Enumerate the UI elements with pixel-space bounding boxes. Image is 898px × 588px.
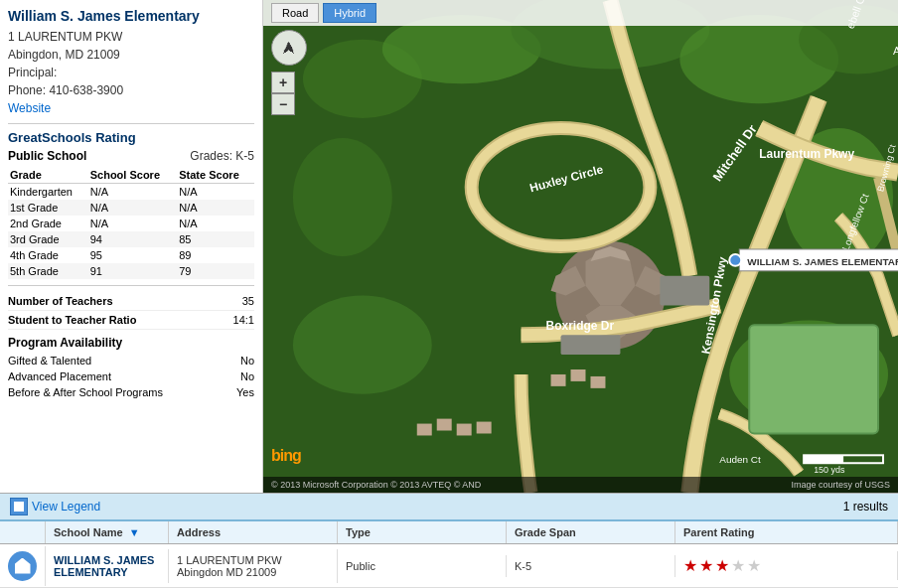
svg-rect-20 (660, 276, 709, 306)
teachers-row: Number of Teachers 35 (8, 292, 254, 311)
view-legend-label: View Legend (32, 500, 100, 514)
state-score-cell: 85 (177, 231, 254, 247)
svg-text:WILLIAM S. JAMES ELEMENTARY: WILLIAM S. JAMES ELEMENTARY (747, 256, 898, 267)
ratio-value: 14:1 (233, 314, 254, 326)
program-row: Gifted & Talented No (8, 353, 254, 368)
star-filled-icon: ★ (715, 556, 729, 575)
td-parent-rating: ★★★★★ (675, 551, 898, 580)
zoom-out-button[interactable]: − (271, 93, 295, 115)
school-score-cell: 95 (88, 247, 178, 263)
td-address: 1 LAURENTUM PKW Abingdon MD 21009 (169, 549, 338, 583)
address-line1: 1 LAURENTUM PKW (8, 30, 122, 44)
svg-rect-28 (477, 422, 492, 434)
ratio-row: Student to Teacher Ratio 14:1 (8, 311, 254, 330)
svg-text:150 yds: 150 yds (814, 465, 845, 475)
program-label: Gifted & Talented (8, 355, 91, 367)
compass-icon: ⮝ (282, 40, 296, 56)
hybrid-button[interactable]: Hybrid (323, 3, 376, 23)
th-icon (0, 521, 46, 543)
table-row: 4th Grade 95 89 (8, 247, 254, 263)
greatschools-title: GreatSchools Rating (8, 130, 254, 145)
results-table: School Name ▼ Address Type Grade Span Pa… (0, 519, 898, 588)
imagery-credit: Image courtesy of USGS (791, 480, 890, 490)
td-icon (0, 546, 46, 586)
school-score-cell: N/A (88, 200, 178, 216)
state-score-cell: N/A (177, 200, 254, 216)
phone-number: 410-638-3900 (49, 83, 123, 97)
th-school-name[interactable]: School Name ▼ (46, 521, 169, 543)
map-roads-svg: Mitchell Dr Huxley Circle Laurentum Pkwy… (263, 0, 898, 493)
school-icon-inner (15, 558, 31, 574)
results-bar: View Legend 1 results (0, 493, 898, 519)
website-link[interactable]: Website (8, 101, 51, 115)
program-value: Yes (236, 386, 254, 398)
th-grade-span: Grade Span (507, 521, 675, 543)
sort-arrow-icon: ▼ (129, 526, 140, 538)
map-container: Mitchell Dr Huxley Circle Laurentum Pkwy… (263, 0, 898, 493)
results-count: 1 results (843, 500, 888, 514)
star-rating: ★★★★★ (683, 556, 889, 575)
state-score-cell: N/A (177, 184, 254, 201)
principal-label: Principal: (8, 66, 57, 79)
star-filled-icon: ★ (699, 556, 713, 575)
road-button[interactable]: Road (271, 3, 319, 23)
star-empty-icon: ★ (731, 556, 745, 575)
svg-text:Laurentum Pkwy: Laurentum Pkwy (759, 147, 854, 161)
svg-text:Auden Ct: Auden Ct (719, 454, 761, 465)
program-row: Advanced Placement No (8, 368, 254, 384)
program-row: Before & After School Programs Yes (8, 384, 254, 400)
school-icon (8, 551, 37, 581)
address-line2: Abingdon, MD 21009 (8, 48, 120, 62)
map-copyright: © 2013 Microsoft Corporation © 2013 AVTE… (263, 477, 898, 493)
grade-cell: 4th Grade (8, 247, 88, 263)
svg-rect-18 (749, 325, 878, 433)
school-score-cell: N/A (88, 184, 178, 201)
grade-cell: 3rd Grade (8, 231, 88, 247)
svg-point-8 (293, 296, 432, 394)
table-row: 3rd Grade 94 85 (8, 231, 254, 247)
view-legend-link[interactable]: View Legend (10, 498, 100, 515)
school-info-panel: William S. James Elementary 1 LAURENTUM … (0, 0, 263, 493)
state-score-cell: 79 (177, 263, 254, 279)
svg-text:Alder Ct: Alder Ct (893, 45, 898, 57)
svg-point-6 (293, 138, 392, 256)
svg-rect-27 (457, 424, 472, 436)
school-score-cell: N/A (88, 216, 178, 231)
table-row: 5th Grade 91 79 (8, 263, 254, 279)
svg-point-41 (729, 254, 741, 266)
grade-cell: 5th Grade (8, 263, 88, 279)
program-label: Advanced Placement (8, 370, 111, 382)
table-row: 1st Grade N/A N/A (8, 200, 254, 216)
map-navigation: ⮝ (271, 30, 307, 66)
svg-rect-26 (437, 419, 452, 431)
td-school-name[interactable]: WILLIAM S. JAMES ELEMENTARY (46, 549, 169, 583)
th-parent-rating: Parent Rating (675, 521, 898, 543)
school-type-row: Public School Grades: K-5 (8, 149, 254, 163)
table-header: School Name ▼ Address Type Grade Span Pa… (0, 521, 898, 544)
zoom-controls: + − (271, 72, 295, 115)
school-address: 1 LAURENTUM PKW Abingdon, MD 21009 Princ… (8, 28, 254, 117)
pan-control[interactable]: ⮝ (271, 30, 307, 66)
zoom-in-button[interactable]: + (271, 72, 295, 93)
bing-text: bing (271, 447, 301, 464)
state-score-cell: 89 (177, 247, 254, 263)
copyright-text: © 2013 Microsoft Corporation © 2013 AVTE… (271, 480, 481, 490)
td-grade-span: K-5 (507, 555, 675, 577)
svg-rect-21 (561, 335, 621, 355)
bing-logo: bing (271, 447, 301, 465)
star-empty-icon: ★ (747, 556, 761, 575)
svg-rect-43 (804, 455, 843, 463)
map-toolbar: Road Hybrid (263, 0, 898, 26)
school-type: Public School (8, 149, 86, 163)
phone-label: Phone: (8, 83, 46, 97)
table-row: 2nd Grade N/A N/A (8, 216, 254, 231)
star-filled-icon: ★ (683, 556, 697, 575)
grades-label: Grades: K-5 (190, 149, 254, 163)
program-label: Before & After School Programs (8, 386, 163, 398)
school-score-cell: 91 (88, 263, 178, 279)
legend-icon (10, 498, 28, 515)
svg-text:Boxridge Dr: Boxridge Dr (546, 319, 615, 333)
divider-1 (8, 123, 254, 124)
grade-table: Grade School Score State Score Kindergar… (8, 167, 254, 279)
table-row: WILLIAM S. JAMES ELEMENTARY 1 LAURENTUM … (0, 544, 898, 588)
